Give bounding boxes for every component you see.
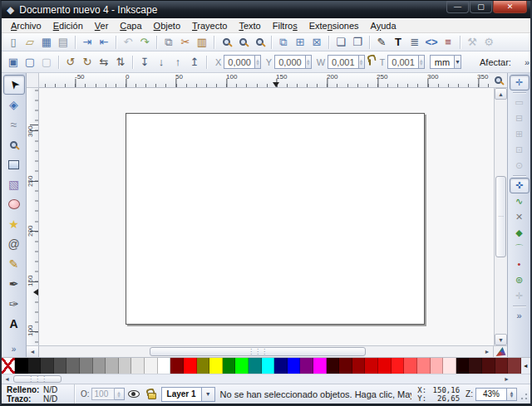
x-spinner[interactable]: ▲▼ xyxy=(255,55,261,69)
flip-horizontal-button[interactable]: ⇆ xyxy=(96,55,112,70)
layer-lock-button[interactable] xyxy=(144,387,160,402)
height-spinner[interactable]: ▲▼ xyxy=(419,55,425,69)
swatch-1a0000[interactable] xyxy=(456,358,470,374)
open-document-button[interactable]: ▱ xyxy=(22,35,38,50)
menu-trayecto[interactable]: Trayecto xyxy=(186,20,233,32)
star-button[interactable]: ★ xyxy=(3,214,25,234)
y-field[interactable]: 0,000 xyxy=(274,55,306,69)
text-dialog-button[interactable]: T xyxy=(390,35,406,50)
swatch-333333[interactable] xyxy=(41,358,54,374)
zoom-page-button[interactable] xyxy=(251,35,268,50)
snap-nodes-button[interactable]: ✜ xyxy=(510,178,530,193)
unlink-clone-button[interactable]: ⊠ xyxy=(308,35,325,50)
maximize-button[interactable]: ▢ xyxy=(470,1,492,13)
swatch-661919[interactable] xyxy=(495,358,509,374)
swatch-00ffff[interactable] xyxy=(262,358,275,374)
toolbar-overflow-chevron[interactable]: » xyxy=(525,57,530,67)
swatch-b3b3b3[interactable] xyxy=(106,358,119,374)
swatch-f2f2f2[interactable] xyxy=(145,358,158,374)
document-properties-button[interactable]: ⚙ xyxy=(480,35,497,50)
layer-visibility-button[interactable] xyxy=(126,387,142,402)
toolbox-overflow-chevron[interactable]: » xyxy=(12,345,17,354)
new-document-button[interactable]: ▯ xyxy=(5,35,22,50)
menu-texto[interactable]: Texto xyxy=(233,20,266,32)
swatch-4d4d4d[interactable] xyxy=(54,358,67,374)
swatch-803333[interactable] xyxy=(508,358,521,374)
swatch-cc0000[interactable] xyxy=(365,358,378,374)
palette-end-arrow-icon[interactable]: ◄ xyxy=(521,358,530,374)
snap-bbox-edges-button[interactable]: ⊟ xyxy=(510,110,530,126)
scroll-down-button[interactable]: ▼ xyxy=(495,334,507,345)
swatch-999999[interactable] xyxy=(93,358,106,374)
save-document-button[interactable]: ▦ xyxy=(38,35,55,50)
swatch-000000[interactable] xyxy=(15,358,28,374)
swatch-800080[interactable] xyxy=(300,358,313,374)
export-button[interactable]: ⇤ xyxy=(96,35,112,50)
rotate-cw-button[interactable]: ↻ xyxy=(79,55,96,70)
x-field[interactable]: 0,000 xyxy=(224,55,255,69)
canvas[interactable] xyxy=(39,88,494,345)
scroll-up-button[interactable]: ▲ xyxy=(495,88,507,100)
sticky-zoom-button[interactable] xyxy=(489,73,507,88)
units-dropdown[interactable]: mm xyxy=(430,55,455,69)
snap-rotation-centers-button[interactable]: ✛ xyxy=(510,288,530,304)
minimize-button[interactable]: — xyxy=(446,1,469,13)
swatch-cccccc[interactable] xyxy=(119,358,132,374)
y-spinner[interactable]: ▲▼ xyxy=(306,55,312,69)
raise-to-top-button[interactable]: ↥ xyxy=(186,55,203,70)
swatch-660000[interactable] xyxy=(339,358,352,374)
swatch-990000[interactable] xyxy=(352,358,366,374)
layer-dropdown-arrow-icon[interactable]: ▼ xyxy=(202,387,215,402)
horizontal-scroll-thumb[interactable]: ⋮⋮⋮ xyxy=(150,347,366,356)
fill-stroke-indicator[interactable]: Relleno: N/D Trazo: N/D xyxy=(3,385,71,404)
scroll-left-button[interactable]: ◄ xyxy=(27,346,39,357)
close-button[interactable]: ✕ xyxy=(493,1,527,13)
palette-scroll-thumb[interactable]: ⋮⋮⋮ xyxy=(13,375,62,383)
fill-stroke-dialog-button[interactable]: ✎ xyxy=(373,35,390,50)
tweak-button[interactable]: ≈ xyxy=(3,115,25,135)
paste-button[interactable]: ▥ xyxy=(194,35,210,50)
redo-button[interactable]: ↷ xyxy=(136,35,153,50)
swatch-ffe6e6[interactable] xyxy=(443,358,456,374)
zoom-field[interactable]: 43% xyxy=(475,388,507,401)
swatch-ffb3b3[interactable] xyxy=(431,358,444,374)
snap-path-intersections-button[interactable]: ✕ xyxy=(510,209,530,225)
palette-scrollbar[interactable]: ◄ ⋮⋮⋮ ► xyxy=(2,374,530,384)
calligraphy-button[interactable]: ✑ xyxy=(3,294,25,314)
swatch-ffff00[interactable] xyxy=(209,358,223,374)
swatch-ff4d4d[interactable] xyxy=(404,358,417,374)
snapbar-overflow-button[interactable]: » xyxy=(510,308,530,324)
menu-capa[interactable]: Capa xyxy=(114,20,147,32)
swatch-1a1a1a[interactable] xyxy=(28,358,42,374)
select-all-layers-button[interactable]: ▢ xyxy=(22,55,38,70)
snap-bbox-corners-button[interactable]: ⊞ xyxy=(510,126,530,142)
units-dropdown-arrow-icon[interactable]: ▼ xyxy=(455,55,461,69)
swatch-008000[interactable] xyxy=(223,358,236,374)
swatch-none[interactable] xyxy=(2,358,15,374)
width-spinner[interactable]: ▲▼ xyxy=(359,55,365,69)
swatch-330000[interactable] xyxy=(327,358,340,374)
swatch-ff00ff[interactable] xyxy=(313,358,327,374)
swatch-0000ff[interactable] xyxy=(288,358,301,374)
vertical-ruler[interactable]: 300250200150100 xyxy=(27,88,39,345)
swatch-666666[interactable] xyxy=(66,358,80,374)
opacity-spinner[interactable]: ▲▼ xyxy=(115,388,125,400)
horizontal-scrollbar[interactable]: ⋮⋮⋮ ► xyxy=(39,346,493,357)
text-tool-button[interactable]: A xyxy=(3,314,25,334)
snap-smooth-nodes-button[interactable]: ⌒ xyxy=(510,241,530,257)
align-distribute-button[interactable]: ≡ xyxy=(440,35,456,50)
vertical-scroll-thumb[interactable]: ⋯ xyxy=(495,176,506,257)
zoom-drawing-button[interactable] xyxy=(234,35,251,50)
snap-bbox-centers-button[interactable]: ⊙ xyxy=(510,158,530,174)
ungroup-button[interactable]: ❐ xyxy=(349,35,366,50)
zoom-button[interactable] xyxy=(3,135,25,154)
swatch-808080[interactable] xyxy=(80,358,93,374)
raise-button[interactable]: ↑ xyxy=(170,55,186,70)
deselect-button[interactable]: ▢ xyxy=(38,55,55,70)
select-all-button[interactable]: ▣ xyxy=(5,55,22,70)
flip-vertical-button[interactable]: ⇅ xyxy=(112,55,129,70)
create-clone-button[interactable]: ⊞ xyxy=(292,35,308,50)
ellipse-button[interactable] xyxy=(3,194,25,214)
height-field[interactable]: 0,001 xyxy=(387,55,419,69)
preferences-button[interactable]: ⚒ xyxy=(464,35,480,50)
